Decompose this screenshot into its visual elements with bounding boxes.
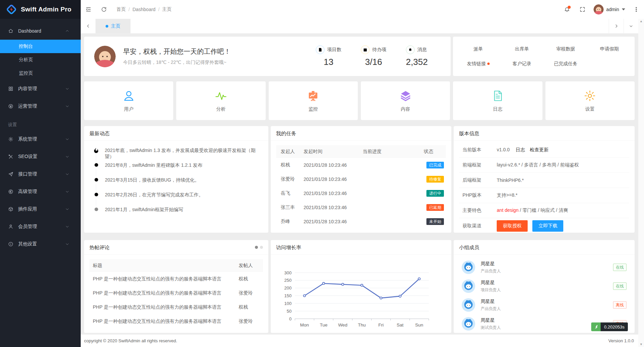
sidebar-item-4[interactable]: 内容管理: [0, 80, 81, 98]
notifications-button[interactable]: [559, 0, 575, 19]
grid-icon: [8, 86, 13, 91]
post-user: 权栈: [239, 276, 263, 282]
tabs-scroll-right-button[interactable]: [609, 19, 623, 33]
svg-text:300: 300: [284, 270, 292, 275]
quick-nav-5[interactable]: 设置: [545, 81, 635, 120]
task-row: 张三丰 2021/01/28 10:23:46 已延期: [276, 200, 446, 215]
members-card-title: 小组成员: [454, 240, 635, 255]
tabs-scroll-left-button[interactable]: [81, 19, 96, 33]
sidebar-item-label: 其他设置: [18, 241, 65, 247]
task-owner: 张三丰: [276, 204, 304, 210]
version-link[interactable]: 日志: [516, 147, 525, 152]
breadcrumb-dashboard[interactable]: Dashboard: [132, 7, 156, 12]
fullscreen-button[interactable]: [575, 0, 590, 19]
svg-text:Mon: Mon: [300, 322, 309, 327]
info-icon: [8, 241, 13, 247]
sidebar-item-10[interactable]: 高级管理: [0, 183, 81, 200]
quick-nav-1[interactable]: 分析: [176, 81, 265, 120]
quick-nav-2[interactable]: 监控: [269, 81, 358, 120]
version-label: 后端框架: [459, 177, 497, 183]
version-button[interactable]: 获取授权: [497, 220, 528, 232]
sidebar-item-12[interactable]: 会员管理: [0, 218, 81, 235]
tabs-menu-button[interactable]: [623, 19, 638, 33]
sidebar-item-9[interactable]: 接口管理: [0, 165, 81, 183]
scroll-down-icon[interactable]: ▼: [640, 343, 643, 346]
more-options-button[interactable]: [629, 0, 644, 19]
version-rows: 当前版本 v1.0.0 日志检查更新 前端框架 layui-v2.6.* / 多…: [454, 141, 635, 233]
shortcut-4[interactable]: 友情链接: [456, 61, 500, 67]
sidebar-item-5[interactable]: 运营管理: [0, 98, 81, 115]
shortcut-6[interactable]: 已完成任务: [544, 61, 588, 67]
growth-chart: 050100150200250300MonTueWedThuFriSatSun: [274, 257, 449, 333]
user-menu[interactable]: admin: [590, 4, 629, 14]
circle-icon: [93, 177, 100, 192]
circle-icon: [93, 192, 100, 206]
page-scrollbar[interactable]: ▲ ▼: [638, 19, 644, 347]
tab-home[interactable]: 主页: [96, 19, 130, 33]
task-status-badge: 已完成: [426, 162, 444, 168]
thinkphp-logo-icon: [591, 322, 601, 331]
task-time: 2021/01/28 10:23:46: [304, 205, 363, 210]
quick-nav-4[interactable]: 日志: [453, 81, 542, 120]
members-card: 小组成员 周星星 产品负责人 在线 周星星 项目负责人 在线 周星星 产品负责人…: [454, 240, 635, 333]
post-title[interactable]: PHP 是一种创建动态交互性站点的强有力的服务器端脚本语言: [89, 333, 239, 333]
sidebar-item-label: 接口管理: [18, 171, 65, 177]
shortcut-1[interactable]: 出库单: [500, 46, 544, 52]
shortcut-0[interactable]: 派单: [456, 46, 500, 52]
chevron-down-icon: [65, 172, 69, 176]
sidebar-item-7[interactable]: 系统管理: [0, 130, 81, 148]
version-value: 获取授权立即下载: [497, 220, 568, 232]
stat-value: 13: [316, 57, 341, 67]
news-text: 2021年底，swiftAdmin 1.3 发布，并发展成最受欢迎的极速开发框架…: [105, 147, 262, 162]
sidebar-item-1[interactable]: 控制台: [0, 40, 81, 53]
shortcut-5[interactable]: 客户记录: [500, 61, 544, 67]
vertical-dots-icon: [633, 6, 639, 12]
post-title[interactable]: PHP 是一种创建动态交互性站点的强有力的服务器端脚本语言: [89, 290, 239, 296]
app-logo[interactable]: Swift Admin Pro: [0, 0, 81, 19]
euro-icon: [8, 189, 13, 194]
quick-nav-0[interactable]: 用户: [84, 81, 173, 120]
copyright-text: copyright © 2020 SwiftAdmin all rights r…: [84, 338, 177, 343]
carousel-dot-active[interactable]: [255, 246, 258, 249]
svg-text:Thu: Thu: [358, 322, 366, 327]
refresh-button[interactable]: [96, 0, 112, 19]
breadcrumb-current: 主页: [162, 6, 172, 12]
yen-icon: [8, 104, 13, 109]
version-row: 后端框架 ThinkPHP6.*: [459, 173, 629, 188]
fire-icon: [93, 147, 100, 162]
task-status-badge: 进行中: [426, 190, 444, 197]
task-row: 张爱玲 2021/01/28 10:23:46 待修复: [276, 172, 446, 186]
hot-posts-card: 热帖评论 标题 发帖人 PHP 是一种创建动态交互性站点的强有力的服务器端脚本语…: [84, 240, 268, 333]
version-button[interactable]: 立即下载: [532, 220, 563, 232]
news-item: 2021年3月15日，接收反馈BUG，持续优化。: [93, 177, 262, 192]
svg-text:250: 250: [284, 278, 292, 283]
sidebar-collapse-button[interactable]: [81, 0, 96, 19]
sidebar-item-0[interactable]: Dashboard: [0, 22, 81, 40]
hot-posts-table: 标题 发帖人 PHP 是一种创建动态交互性站点的强有力的服务器端脚本语言 权栈 …: [84, 255, 268, 333]
tasks-header-row: 发起人 发起时间 当前进度 状态: [276, 145, 446, 158]
member-row: 周星星 产品负责人 离线: [462, 296, 627, 314]
version-link[interactable]: 检查更新: [530, 147, 548, 152]
shortcut-2[interactable]: 审核数据: [544, 46, 588, 52]
news-card: 最新动态 2021年底，swiftAdmin 1.3 发布，并发展成最受欢迎的极…: [84, 126, 268, 233]
post-title[interactable]: PHP 是一种创建动态交互性站点的强有力的服务器端脚本语言: [89, 318, 239, 324]
footer: copyright © 2020 SwiftAdmin all rights r…: [81, 335, 644, 347]
breadcrumb-home[interactable]: 首页: [116, 6, 126, 12]
sidebar-item-8[interactable]: SEO设置: [0, 148, 81, 165]
post-title[interactable]: PHP 是一种创建动态交互性站点的强有力的服务器端脚本语言: [89, 276, 239, 282]
scroll-up-icon[interactable]: ▲: [640, 20, 643, 23]
sidebar-item-label: 会员管理: [18, 224, 65, 230]
task-time: 2021/01/28 10:23:46: [304, 162, 363, 168]
sidebar-section-label: 设置: [0, 115, 81, 130]
post-title[interactable]: PHP 是一种创建动态交互性站点的强有力的服务器端脚本语言: [89, 304, 239, 310]
shortcut-3[interactable]: 申请假期: [588, 46, 631, 52]
sidebar-item-13[interactable]: 其他设置: [0, 235, 81, 253]
sidebar-item-2[interactable]: 分析页: [0, 53, 81, 67]
carousel-dot[interactable]: [260, 246, 263, 249]
version-value: v1.0.0 日志检查更新: [497, 147, 553, 153]
sidebar-item-3[interactable]: 监控页: [0, 67, 81, 80]
quick-nav-3[interactable]: 内容: [361, 81, 450, 120]
sidebar-item-11[interactable]: 插件应用: [0, 200, 81, 218]
news-text: 2021年3月15日，接收反馈BUG，持续优化。: [105, 177, 199, 192]
col-time: 发起时间: [304, 149, 363, 155]
